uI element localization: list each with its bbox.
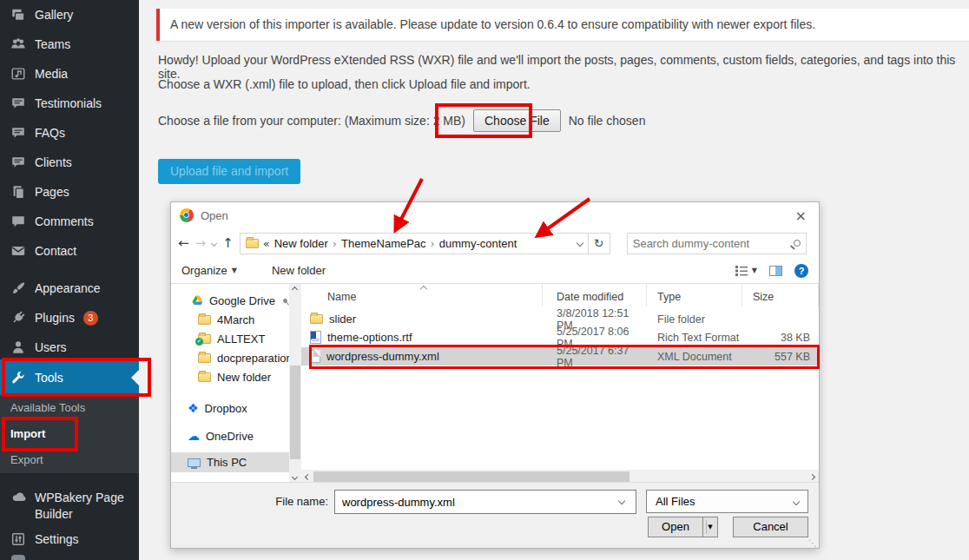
- scrollbar-thumb[interactable]: [313, 471, 630, 482]
- open-file-dialog: Open × ← → ↑ « New folder › ThemeNamePac…: [170, 201, 820, 549]
- chrome-icon: [180, 208, 194, 222]
- media-icon: [10, 66, 26, 82]
- sidebar-item-contact[interactable]: Contact: [0, 236, 139, 266]
- speech-bubble-icon: [10, 155, 26, 170]
- recent-locations-chevron-icon[interactable]: [211, 240, 217, 246]
- resize-grip[interactable]: ⋱: [808, 538, 817, 548]
- sidebar-item-label: Appearance: [35, 281, 101, 295]
- scroll-up-icon[interactable]: [292, 287, 298, 293]
- sidebar-item-testimonials[interactable]: Testimonials: [0, 89, 139, 118]
- scroll-down-icon[interactable]: [292, 474, 298, 480]
- sidebar-item-pages[interactable]: Pages: [0, 177, 139, 207]
- choose-file-button[interactable]: Choose File: [473, 109, 561, 132]
- column-header-name[interactable]: Name: [301, 284, 543, 306]
- column-header-type[interactable]: Type: [647, 284, 742, 306]
- sidebar-item-plugins[interactable]: Plugins 3: [0, 303, 139, 333]
- column-label: Size: [753, 291, 774, 303]
- sidebar-item-comments[interactable]: Comments: [0, 207, 139, 236]
- dialog-address-bar: ← → ↑ « New folder › ThemeNamePac › dumm…: [171, 228, 819, 258]
- nav-item-4march[interactable]: 4March: [171, 310, 289, 329]
- nav-item-google-drive[interactable]: Google Drive: [171, 291, 289, 310]
- nav-item-label: 4March: [217, 313, 254, 326]
- upload-file-and-import-button[interactable]: Upload file and import: [158, 159, 300, 184]
- new-folder-button[interactable]: New folder: [272, 264, 326, 277]
- scroll-left-icon[interactable]: [305, 473, 311, 479]
- breadcrumb-segment[interactable]: ThemeNamePac: [341, 237, 426, 250]
- sidebar-item-settings[interactable]: Settings: [0, 524, 139, 554]
- column-header-size[interactable]: Size: [742, 284, 819, 306]
- this-pc-icon: [188, 458, 201, 467]
- submenu-item-import[interactable]: Import: [0, 421, 139, 447]
- nav-item-docpreparation[interactable]: docpreparation: [171, 348, 289, 367]
- chevron-down-icon: [793, 497, 800, 504]
- folder-icon: [198, 353, 211, 363]
- wrench-icon: [10, 370, 26, 385]
- breadcrumb-collapse-chevrons[interactable]: «: [263, 237, 270, 250]
- file-name-input[interactable]: [334, 490, 636, 514]
- search-box: [627, 233, 807, 254]
- sidebar-item-media[interactable]: Media: [0, 59, 139, 89]
- change-view-button[interactable]: ▼: [735, 266, 757, 276]
- breadcrumb-segment[interactable]: New folder: [274, 237, 328, 250]
- nav-item-onedrive[interactable]: ☁ OneDrive: [171, 426, 289, 445]
- envelope-icon: [10, 243, 26, 259]
- sidebar-item-appearance[interactable]: Appearance: [0, 273, 139, 303]
- search-icon[interactable]: [794, 240, 801, 247]
- nav-item-alltext[interactable]: ✓ ALLTEXT: [171, 329, 289, 348]
- navigation-pane: Google Drive 4March ✓ ALLTEXT docprepara…: [171, 284, 289, 484]
- update-notice: A new version of this importer is availa…: [156, 9, 969, 41]
- submenu-item-available-tools[interactable]: Available Tools: [0, 395, 139, 421]
- nav-item-dropbox[interactable]: ❖ Dropbox: [171, 399, 289, 418]
- folder-icon: [310, 314, 323, 324]
- cancel-button[interactable]: Cancel: [733, 517, 808, 537]
- sidebar-item-wpbakery[interactable]: WPBakery Page Builder: [0, 483, 139, 524]
- file-name: theme-options.rtf: [327, 331, 412, 344]
- preview-pane-icon[interactable]: [769, 266, 782, 276]
- up-icon[interactable]: ↑: [222, 237, 234, 250]
- nav-item-new-folder[interactable]: New folder: [171, 367, 289, 386]
- sync-check-icon: ✓: [195, 338, 203, 346]
- refresh-icon[interactable]: ↻: [588, 234, 610, 254]
- dialog-titlebar[interactable]: Open ×: [171, 202, 819, 228]
- dialog-toolbar: Organize ▼ New folder ▼ ?: [171, 258, 819, 284]
- search-input[interactable]: [633, 237, 794, 250]
- file-type-select[interactable]: All Files: [646, 490, 808, 513]
- breadcrumb-path[interactable]: « New folder › ThemeNamePac › dummy-cont…: [241, 234, 588, 254]
- sidebar-item-faqs[interactable]: FAQs: [0, 118, 139, 148]
- file-size: 557 KB: [742, 351, 819, 363]
- scrollbar-thumb[interactable]: [290, 366, 300, 459]
- address-dropdown-chevron-icon[interactable]: [576, 240, 583, 247]
- file-picker-row: Choose a file from your computer: (Maxim…: [158, 108, 645, 134]
- file-row-wordpress-dummy[interactable]: wordpress-dummy.xml 5/25/2017 6:37 PM XM…: [301, 347, 819, 366]
- sidebar-item-teams[interactable]: Teams: [0, 30, 139, 59]
- sidebar-item-users[interactable]: Users: [0, 333, 139, 362]
- speech-bubble-icon: [10, 125, 26, 141]
- back-icon[interactable]: ←: [178, 237, 189, 250]
- settings-icon: [10, 531, 26, 547]
- open-split-dropdown[interactable]: ▼: [702, 517, 718, 537]
- help-icon[interactable]: ?: [794, 264, 808, 278]
- comment-icon: [10, 214, 26, 229]
- navigation-pane-scrollbar[interactable]: [289, 284, 301, 484]
- file-type: File folder: [647, 313, 742, 326]
- sidebar-item-clients[interactable]: Clients: [0, 148, 139, 177]
- file-type: XML Document: [647, 351, 742, 363]
- sidebar-item-tools[interactable]: Tools: [0, 359, 139, 395]
- sidebar-item-label: Teams: [35, 37, 70, 51]
- list-view-icon: [735, 266, 748, 276]
- plugins-count-badge: 3: [83, 311, 98, 326]
- column-label: Type: [657, 291, 681, 303]
- scroll-right-icon[interactable]: [809, 473, 815, 479]
- column-header-date-modified[interactable]: Date modified: [543, 284, 647, 306]
- close-icon[interactable]: ×: [792, 208, 810, 224]
- nav-item-this-pc[interactable]: This PC: [171, 452, 289, 472]
- column-label: Name: [327, 291, 356, 303]
- submenu-item-export[interactable]: Export: [0, 447, 139, 473]
- chevron-down-icon: ▼: [232, 267, 237, 274]
- nav-item-label: docpreparation: [217, 352, 293, 365]
- sidebar-item-gallery[interactable]: Gallery: [0, 0, 139, 30]
- sidebar-item-label: Settings: [35, 532, 79, 546]
- organize-menu[interactable]: Organize ▼: [181, 264, 237, 277]
- open-button[interactable]: Open: [648, 517, 703, 537]
- breadcrumb-segment[interactable]: dummy-content: [439, 237, 517, 250]
